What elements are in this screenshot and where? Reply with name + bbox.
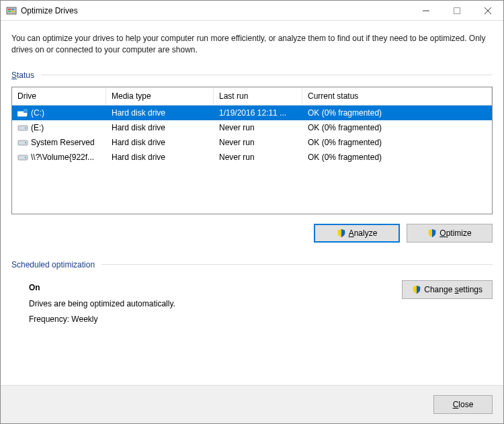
drive-name: (E:) bbox=[12, 123, 106, 132]
svg-point-12 bbox=[25, 128, 26, 129]
intro-text: You can optimize your drives to help you… bbox=[11, 33, 493, 56]
drive-status: OK (0% fragmented) bbox=[302, 123, 492, 132]
drive-media: Hard disk drive bbox=[106, 138, 214, 147]
table-row[interactable]: (C:)Hard disk drive1/19/2016 12:11 ...OK… bbox=[12, 105, 492, 120]
list-header: Drive Media type Last run Current status bbox=[12, 87, 492, 105]
drive-last-run: Never run bbox=[214, 123, 302, 132]
schedule-state: On bbox=[29, 280, 402, 296]
shield-icon bbox=[427, 228, 437, 238]
app-icon bbox=[6, 5, 17, 16]
schedule-label: Scheduled optimization bbox=[11, 260, 95, 269]
optimize-button[interactable]: Optimize bbox=[407, 224, 493, 243]
col-media[interactable]: Media type bbox=[106, 87, 214, 105]
shield-icon bbox=[337, 228, 346, 238]
window-title: Optimize Drives bbox=[21, 6, 411, 15]
close-button[interactable] bbox=[472, 1, 503, 21]
schedule-section-header: Scheduled optimization bbox=[11, 260, 493, 269]
analyze-button[interactable]: Analyze bbox=[314, 224, 400, 243]
drives-listbox[interactable]: Drive Media type Last run Current status… bbox=[11, 87, 493, 214]
status-section-header: Status bbox=[11, 71, 493, 80]
drive-media: Hard disk drive bbox=[106, 108, 214, 118]
titlebar: Optimize Drives bbox=[1, 1, 503, 21]
table-row[interactable]: \\?\Volume{922f...Hard disk driveNever r… bbox=[12, 150, 492, 165]
schedule-description: Drives are being optimized automatically… bbox=[29, 296, 402, 312]
drive-last-run: Never run bbox=[214, 138, 302, 147]
drive-last-run: 1/19/2016 12:11 ... bbox=[214, 108, 302, 118]
table-row[interactable]: System ReservedHard disk driveNever runO… bbox=[12, 135, 492, 150]
schedule-frequency: Frequency: Weekly bbox=[29, 312, 402, 327]
col-last-run[interactable]: Last run bbox=[214, 87, 302, 105]
drive-status: OK (0% fragmented) bbox=[302, 153, 492, 162]
maximize-button[interactable] bbox=[442, 1, 472, 21]
drive-last-run: Never run bbox=[214, 153, 302, 162]
drive-status: OK (0% fragmented) bbox=[302, 138, 492, 147]
svg-rect-2 bbox=[11, 9, 14, 10]
shield-icon bbox=[412, 285, 421, 294]
svg-rect-4 bbox=[11, 11, 14, 12]
svg-point-14 bbox=[25, 142, 26, 144]
close-dialog-button[interactable]: Close bbox=[433, 395, 493, 414]
svg-rect-3 bbox=[8, 11, 11, 12]
table-row[interactable]: (E:)Hard disk driveNever runOK (0% fragm… bbox=[12, 120, 492, 135]
col-current-status[interactable]: Current status bbox=[302, 87, 492, 105]
minimize-button[interactable] bbox=[411, 1, 442, 21]
svg-rect-1 bbox=[8, 9, 11, 10]
col-drive[interactable]: Drive bbox=[12, 87, 106, 105]
change-settings-button[interactable]: Change settings bbox=[402, 280, 493, 299]
drive-name: (C:) bbox=[12, 108, 106, 118]
drive-status: OK (0% fragmented) bbox=[302, 108, 492, 118]
svg-rect-6 bbox=[454, 7, 460, 13]
drive-media: Hard disk drive bbox=[106, 153, 214, 162]
status-label: Status bbox=[11, 71, 34, 80]
drive-name: \\?\Volume{922f... bbox=[12, 153, 106, 162]
footer: Close bbox=[1, 385, 503, 423]
svg-point-16 bbox=[25, 157, 26, 159]
drive-media: Hard disk drive bbox=[106, 123, 214, 132]
drive-name: System Reserved bbox=[12, 138, 106, 147]
